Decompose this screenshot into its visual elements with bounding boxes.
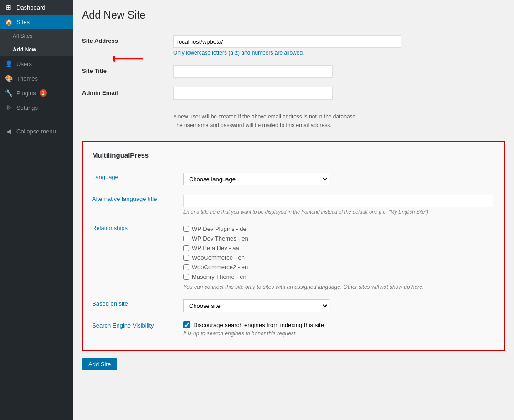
- add-new-label: Add New: [13, 46, 36, 53]
- sidebar-item-label: Themes: [16, 75, 38, 82]
- alt-lang-row: Alternative language title Enter a title…: [92, 190, 495, 219]
- sidebar-item-plugins[interactable]: 🔧 Plugins 1: [0, 86, 73, 100]
- sidebar-item-all-sites[interactable]: All Sites: [0, 29, 73, 43]
- main-content: Add New Site Site Address Only lowercase…: [73, 0, 514, 420]
- sidebar-item-label: Settings: [16, 104, 38, 111]
- relationship-checkbox-wp-beta-dev-aa[interactable]: [183, 245, 189, 251]
- sidebar-item-label: Dashboard: [16, 4, 46, 11]
- alt-lang-hint: Enter a title here that you want to be d…: [183, 209, 495, 215]
- site-title-input[interactable]: [173, 65, 333, 78]
- relationship-checkbox-woocommerce-en[interactable]: [183, 255, 189, 261]
- plugins-icon: 🔧: [5, 89, 13, 97]
- list-item[interactable]: WP Dev Plugins - de: [183, 225, 495, 232]
- relationship-checkbox-wp-dev-plugins-de[interactable]: [183, 226, 189, 232]
- add-site-form: Site Address Only lowercase letters (a-z…: [82, 31, 505, 134]
- relationship-checkbox-woocommerce2-en[interactable]: [183, 264, 189, 270]
- admin-email-input[interactable]: [173, 87, 333, 100]
- based-on-label: Based on site: [92, 300, 128, 307]
- dashboard-icon: ⊞: [5, 4, 13, 11]
- admin-email-row: Admin Email: [82, 82, 505, 104]
- seo-checkbox-container: Discourage search engines from indexing …: [183, 321, 495, 328]
- language-row: Language Choose language: [92, 168, 495, 190]
- seo-note: It is up to search engines to honor this…: [183, 330, 495, 337]
- add-site-button[interactable]: Add Site: [82, 358, 117, 370]
- settings-icon: ⚙: [5, 104, 13, 111]
- language-label: Language: [92, 174, 118, 180]
- list-item[interactable]: WP Dev Themes - en: [183, 235, 495, 242]
- sidebar-item-themes[interactable]: 🎨 Themes: [0, 71, 73, 86]
- sidebar-item-label: Sites: [16, 19, 30, 26]
- relationship-label: WooCommerce2 - en: [192, 264, 248, 271]
- relationship-label: WP Dev Plugins - de: [192, 225, 247, 232]
- alt-lang-input[interactable]: [183, 195, 493, 207]
- red-arrow-indicator: [113, 54, 145, 64]
- seo-label: Search Engine Visibility: [92, 322, 154, 329]
- admin-notice: A new user will be created if the above …: [173, 113, 505, 130]
- list-item[interactable]: WooCommerce2 - en: [183, 264, 495, 271]
- sidebar-item-add-new[interactable]: Add New: [0, 43, 73, 56]
- alt-lang-label: Alternative language title: [92, 195, 157, 202]
- multilingual-press-box: MultilingualPress Language Choose langua…: [82, 141, 505, 351]
- list-item[interactable]: Masonry Theme - en: [183, 273, 495, 280]
- relationship-label: WooCommerce - en: [192, 254, 245, 261]
- based-on-row: Based on site Choose site: [92, 295, 495, 317]
- arrow-svg: [113, 54, 145, 64]
- relationships-label: Relationships: [92, 225, 128, 231]
- all-sites-label: All Sites: [13, 33, 32, 39]
- relationships-list: WP Dev Plugins - de WP Dev Themes - en W…: [183, 225, 495, 280]
- language-select[interactable]: Choose language: [183, 173, 329, 185]
- site-address-row: Site Address Only lowercase letters (a-z…: [82, 31, 505, 61]
- sidebar-item-sites[interactable]: 🏠 Sites: [0, 15, 73, 29]
- collapse-label: Collapse menu: [16, 128, 56, 135]
- site-address-input[interactable]: [173, 35, 401, 48]
- relationship-label: Masonry Theme - en: [192, 273, 247, 280]
- seo-row: Search Engine Visibility Discourage sear…: [92, 317, 495, 341]
- themes-icon: 🎨: [5, 75, 13, 82]
- seo-checkbox-label: Discourage search engines from indexing …: [193, 322, 324, 328]
- notice-row: A new user will be created if the above …: [82, 104, 505, 134]
- sidebar-item-settings[interactable]: ⚙ Settings: [0, 100, 73, 115]
- site-title-row: Site Title: [82, 61, 505, 82]
- list-item[interactable]: WooCommerce - en: [183, 254, 495, 261]
- sidebar-item-label: Plugins: [16, 90, 36, 97]
- site-title-label: Site Title: [82, 67, 107, 74]
- plugins-badge: 1: [40, 89, 47, 97]
- mlp-form: Language Choose language Alternative lan…: [92, 168, 495, 341]
- sidebar-item-users[interactable]: 👤 Users: [0, 56, 73, 71]
- based-on-select[interactable]: Choose site: [183, 299, 329, 312]
- relationship-label: WP Dev Themes - en: [192, 235, 248, 242]
- relationship-label: WP Beta Dev - aa: [192, 245, 239, 251]
- relationship-checkbox-masonry-theme-en[interactable]: [183, 274, 189, 280]
- users-icon: 👤: [5, 60, 13, 67]
- page-title: Add New Site: [82, 9, 505, 21]
- sites-icon: 🏠: [5, 18, 13, 26]
- sidebar-collapse[interactable]: ◀ Collapse menu: [0, 124, 73, 138]
- sidebar-submenu-sites: All Sites Add New: [0, 29, 73, 56]
- sidebar-item-dashboard[interactable]: ⊞ Dashboard: [0, 0, 73, 15]
- sidebar-item-label: Users: [16, 61, 32, 67]
- site-address-help: Only lowercase letters (a-z) and numbers…: [173, 50, 505, 56]
- relationship-checkbox-wp-dev-themes-en[interactable]: [183, 236, 189, 241]
- list-item[interactable]: WP Beta Dev - aa: [183, 245, 495, 251]
- relationships-row: Relationships WP Dev Plugins - de WP Dev…: [92, 219, 495, 295]
- mlp-title: MultilingualPress: [92, 151, 495, 159]
- collapse-icon: ◀: [5, 128, 13, 135]
- seo-checkbox[interactable]: [183, 321, 190, 328]
- admin-email-label: Admin Email: [82, 89, 118, 96]
- sidebar: ⊞ Dashboard 🏠 Sites All Sites Add New 👤 …: [0, 0, 73, 420]
- relationships-note: You can connect this site only to sites …: [183, 284, 495, 290]
- site-address-label: Site Address: [82, 37, 118, 44]
